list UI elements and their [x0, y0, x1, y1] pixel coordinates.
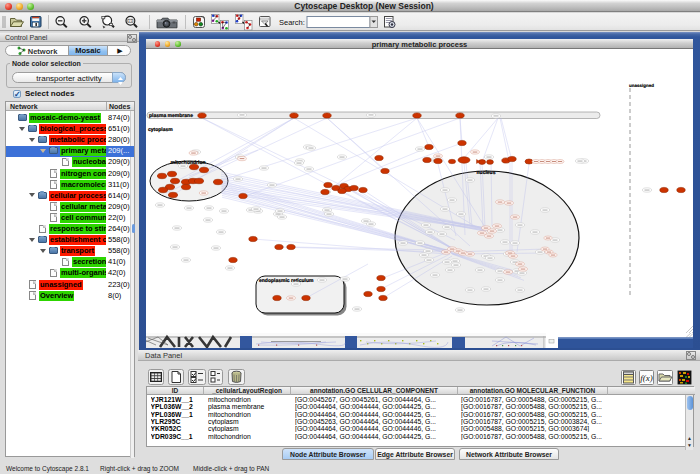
svg-text:nucleus: nucleus	[477, 170, 496, 176]
svg-text:endoplasmic reticulum: endoplasmic reticulum	[259, 278, 314, 284]
svg-text:Search:: Search:	[279, 18, 305, 27]
svg-text:f(x): f(x)	[640, 373, 653, 383]
svg-text:1:1: 1:1	[128, 19, 133, 23]
svg-text:cytoplasm: cytoplasm	[148, 127, 173, 133]
svg-text:unassigned: unassigned	[629, 83, 654, 88]
svg-text:plasma membrane: plasma membrane	[149, 113, 193, 119]
svg-text:mitochondrion: mitochondrion	[171, 160, 206, 166]
